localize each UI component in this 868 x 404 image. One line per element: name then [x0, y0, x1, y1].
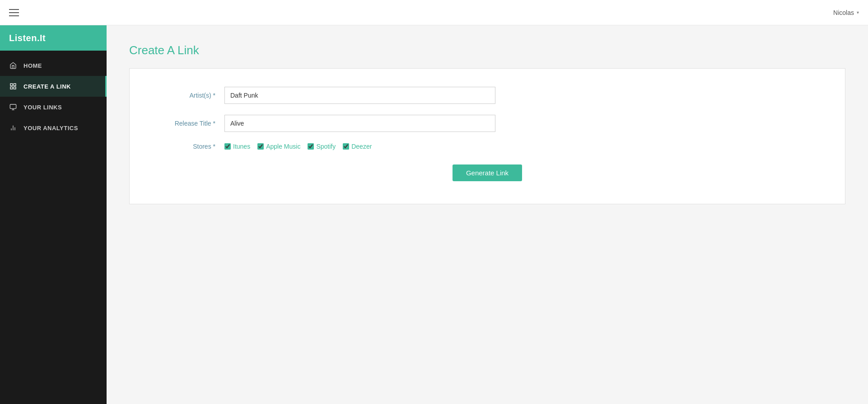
store-label-spotify: Spotify	[316, 143, 336, 150]
main-content: Create A Link Artist(s) * Release Title …	[107, 25, 868, 404]
sidebar-item-home-label: HOME	[23, 62, 42, 69]
sidebar-logo: Listen.It	[0, 25, 107, 51]
hamburger-icon[interactable]	[9, 9, 19, 16]
artist-input[interactable]	[224, 87, 495, 104]
navbar-left	[9, 9, 19, 16]
link-icon	[9, 82, 17, 90]
store-checkbox-apple-music[interactable]	[257, 143, 264, 150]
sidebar-nav: HOME CREATE A LINK	[0, 51, 107, 138]
navbar: Nicolas ▾	[0, 0, 868, 25]
monitor-icon	[9, 103, 17, 111]
store-label-deezer: Deezer	[351, 143, 372, 150]
store-checkbox-spotify[interactable]	[308, 143, 314, 150]
store-label-apple-music: Apple Music	[266, 143, 300, 150]
release-title-label: Release Title *	[152, 120, 224, 127]
store-checkbox-itunes[interactable]	[224, 143, 231, 150]
user-name: Nicolas	[833, 9, 854, 16]
layout: Listen.It HOME	[0, 25, 868, 404]
user-menu[interactable]: Nicolas ▾	[833, 9, 859, 16]
generate-row: Generate Link	[152, 164, 822, 181]
svg-rect-1	[14, 84, 16, 86]
store-option-spotify[interactable]: Spotify	[308, 143, 336, 150]
sidebar-item-home[interactable]: HOME	[0, 55, 107, 76]
sidebar-item-your-analytics[interactable]: YOUR ANALYTICS	[0, 117, 107, 138]
store-option-itunes[interactable]: Itunes	[224, 143, 250, 150]
store-label-itunes: Itunes	[233, 143, 250, 150]
release-title-row: Release Title *	[152, 115, 822, 132]
sidebar-item-create-link[interactable]: CREATE A LINK	[0, 76, 107, 97]
home-icon	[9, 61, 17, 70]
store-option-apple-music[interactable]: Apple Music	[257, 143, 300, 150]
form-card: Artist(s) * Release Title * Stores * Itu…	[129, 68, 845, 204]
sidebar-item-your-links[interactable]: YOUR LINKS	[0, 97, 107, 117]
release-title-input[interactable]	[224, 115, 495, 132]
stores-row: Stores * Itunes Apple Music Spotify	[152, 143, 822, 150]
sidebar: Listen.It HOME	[0, 25, 107, 404]
artist-label: Artist(s) *	[152, 92, 224, 99]
generate-link-button[interactable]: Generate Link	[453, 164, 522, 181]
page-title: Create A Link	[129, 43, 845, 57]
svg-rect-0	[10, 84, 13, 86]
sidebar-item-your-analytics-label: YOUR ANALYTICS	[23, 125, 78, 132]
svg-rect-2	[14, 87, 16, 89]
stores-options: Itunes Apple Music Spotify Deezer	[224, 143, 372, 150]
svg-rect-4	[10, 104, 16, 108]
store-checkbox-deezer[interactable]	[343, 143, 349, 150]
artist-row: Artist(s) *	[152, 87, 822, 104]
bar-chart-icon	[9, 124, 17, 132]
sidebar-item-your-links-label: YOUR LINKS	[23, 104, 62, 111]
stores-label: Stores *	[152, 143, 224, 150]
svg-rect-3	[10, 87, 13, 89]
chevron-down-icon: ▾	[857, 10, 859, 15]
sidebar-item-create-link-label: CREATE A LINK	[23, 83, 71, 90]
store-option-deezer[interactable]: Deezer	[343, 143, 372, 150]
